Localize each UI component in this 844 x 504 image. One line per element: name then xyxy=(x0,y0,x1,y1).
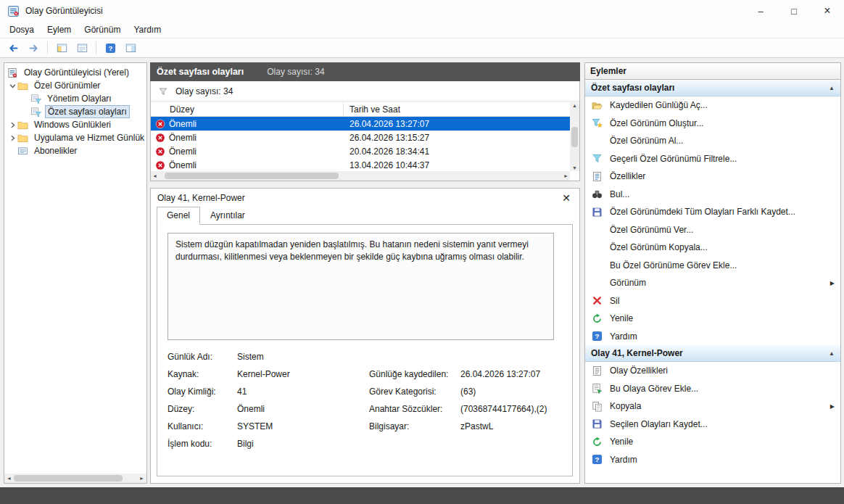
menu-action[interactable]: Eylem xyxy=(41,23,78,36)
action-label: Olay Özellikleri xyxy=(610,365,668,376)
scroll-right-icon[interactable]: ► xyxy=(563,173,568,178)
save-icon xyxy=(592,206,604,218)
action-copy-custom-view[interactable]: Özel Görünüm Kopyala... xyxy=(585,239,840,257)
actions-section-header-view[interactable]: Özet sayfası olayları ▲ xyxy=(585,80,840,96)
section-header-label: Özet sayfası olayları xyxy=(591,83,674,93)
back-button[interactable] xyxy=(4,40,22,56)
action-import-custom-view[interactable]: Özel Görünüm Al... xyxy=(585,132,840,150)
blank-icon xyxy=(592,135,604,146)
action-open-saved-log[interactable]: Kaydedilen Günlüğü Aç... xyxy=(585,96,840,115)
filter-icon xyxy=(158,86,168,96)
action-help-event[interactable]: ? Yardım xyxy=(585,451,840,469)
tab-details[interactable]: Ayrıntılar xyxy=(200,207,255,224)
table-row[interactable]: Önemli 20.04.2026 18:34:41 xyxy=(151,144,570,158)
menu-bar: Dosya Eylem Görünüm Yardım xyxy=(0,22,844,38)
action-refresh[interactable]: Yenile xyxy=(585,310,840,328)
field-value: Sistem xyxy=(237,352,369,362)
action-delete[interactable]: Sil xyxy=(585,292,840,310)
tree-item-subscriptions[interactable]: Abonelikler xyxy=(4,144,146,157)
table-row[interactable]: Önemli 26.04.2026 13:27:07 xyxy=(151,117,570,131)
filter-icon xyxy=(592,153,604,165)
tree-item-applications-services-logs[interactable]: Uygulama ve Hizmet Günlük xyxy=(4,131,146,144)
row-datetime: 26.04.2026 13:15:27 xyxy=(344,133,570,143)
actions-pane-title: Eylemler xyxy=(585,63,840,80)
action-view-submenu[interactable]: Görünüm ▶ xyxy=(585,274,840,292)
scrollbar-thumb[interactable] xyxy=(571,127,578,147)
collapse-icon[interactable]: ▲ xyxy=(829,350,835,357)
column-header-level[interactable]: Düzey xyxy=(151,102,344,116)
action-save-selected-events[interactable]: Seçilen Olayları Kaydet... xyxy=(585,416,840,434)
table-row[interactable]: Önemli 26.04.2026 13:15:27 xyxy=(151,131,570,144)
field-label: Kullanıcı: xyxy=(167,421,237,431)
scroll-up-icon[interactable]: ▲ xyxy=(572,103,577,108)
event-list-horizontal-scrollbar[interactable]: ◄ ► xyxy=(151,171,570,181)
field-row: Olay Kimliği: 41 Görev Kategorisi: (63) xyxy=(167,387,562,404)
chevron-down-icon[interactable] xyxy=(7,83,17,89)
minimize-icon: – xyxy=(758,6,763,17)
close-button[interactable]: × xyxy=(811,0,844,22)
minimize-button[interactable]: – xyxy=(744,0,777,22)
maximize-button[interactable]: □ xyxy=(777,0,811,22)
event-description[interactable]: Sistem düzgün kapatılmadan yeniden başla… xyxy=(167,233,554,340)
properties-toolbar-button[interactable] xyxy=(73,40,91,56)
table-row[interactable]: Önemli 13.04.2026 10:44:37 xyxy=(151,158,570,171)
menu-file[interactable]: Dosya xyxy=(3,23,41,36)
action-attach-task-to-event[interactable]: Bu Olaya Görev Ekle... xyxy=(585,380,840,398)
scrollbar-thumb[interactable] xyxy=(165,173,339,179)
collapse-icon[interactable]: ▲ xyxy=(829,85,835,91)
action-pane-toggle-button[interactable] xyxy=(122,40,139,56)
action-help[interactable]: ? Yardım xyxy=(585,328,840,346)
error-level-icon xyxy=(155,160,165,170)
forward-arrow-icon xyxy=(28,43,39,54)
tab-general[interactable]: Genel xyxy=(157,207,200,225)
field-label: Günlük Adı: xyxy=(167,352,237,362)
forward-button[interactable] xyxy=(25,40,42,56)
field-label: İşlem kodu: xyxy=(167,439,237,449)
tree-horizontal-scrollbar[interactable]: ◄ ► xyxy=(4,474,146,483)
tree-item-root[interactable]: Olay Görüntüleyicisi (Yerel) xyxy=(4,66,146,79)
svg-text:?: ? xyxy=(108,44,112,52)
tree-item-administrative-events[interactable]: Yönetim Olayları xyxy=(4,92,146,105)
properties-window-icon xyxy=(77,43,88,54)
menu-help[interactable]: Yardım xyxy=(127,23,167,36)
event-list-vertical-scrollbar[interactable]: ▲ ▼ xyxy=(570,102,579,171)
action-export-custom-view[interactable]: Özel Görünümü Ver... xyxy=(585,221,840,239)
action-copy[interactable]: Kopyala ▶ xyxy=(585,397,840,416)
tree-item-label: Abonelikler xyxy=(32,145,79,157)
action-label: Bu Olaya Görev Ekle... xyxy=(610,384,698,394)
tree-item-windows-logs[interactable]: Windows Günlükleri xyxy=(4,118,146,131)
blank-icon xyxy=(592,277,604,289)
scroll-left-icon[interactable]: ◄ xyxy=(152,173,157,178)
detail-title-bar: Olay 41, Kernel-Power ✕ xyxy=(151,189,579,207)
action-find[interactable]: Bul... xyxy=(585,186,840,204)
menu-view[interactable]: Görünüm xyxy=(78,23,127,36)
scrollbar-thumb[interactable] xyxy=(14,475,123,482)
action-filter-current-custom-view[interactable]: Geçerli Özel Görünümü Filtrele... xyxy=(585,150,840,168)
tree-item-summary-page-events[interactable]: Özet sayfası olayları xyxy=(4,105,146,118)
scroll-down-icon[interactable]: ▼ xyxy=(572,165,577,170)
action-create-custom-view[interactable]: Özel Görünüm Oluştur... xyxy=(585,115,840,133)
detail-close-button[interactable]: ✕ xyxy=(560,192,573,204)
help-toolbar-button[interactable]: ? xyxy=(102,40,119,56)
action-label: Yenile xyxy=(610,437,633,447)
chevron-right-icon[interactable] xyxy=(7,135,17,141)
field-label: Günlüğe kaydedilen: xyxy=(369,369,460,379)
console-tree-toggle-button[interactable] xyxy=(53,40,70,56)
actions-section-header-event[interactable]: Olay 41, Kernel-Power ▲ xyxy=(585,345,840,362)
scroll-left-icon[interactable]: ◄ xyxy=(4,476,14,481)
tree-item-custom-views[interactable]: Özel Görünümler xyxy=(4,79,146,92)
new-filter-icon xyxy=(592,117,604,129)
copy-icon xyxy=(592,400,604,412)
action-label: Kaydedilen Günlüğü Aç... xyxy=(610,100,708,110)
chevron-right-icon[interactable] xyxy=(7,122,17,128)
action-save-all-events-as[interactable]: Özel Görünümdeki Tüm Olayları Farklı Kay… xyxy=(585,203,840,221)
action-refresh-event[interactable]: Yenile xyxy=(585,433,840,451)
back-arrow-icon xyxy=(8,43,19,54)
action-attach-task-to-custom-view[interactable]: Bu Özel Görünüme Görev Ekle... xyxy=(585,257,840,275)
field-label: Olay Kimliği: xyxy=(167,387,237,397)
subscriptions-icon xyxy=(17,146,29,156)
action-event-properties[interactable]: Olay Özellikleri xyxy=(585,362,840,380)
column-header-datetime[interactable]: Tarih ve Saat xyxy=(344,102,570,116)
action-properties[interactable]: Özellikler xyxy=(585,168,840,186)
scroll-right-icon[interactable]: ► xyxy=(137,476,146,481)
